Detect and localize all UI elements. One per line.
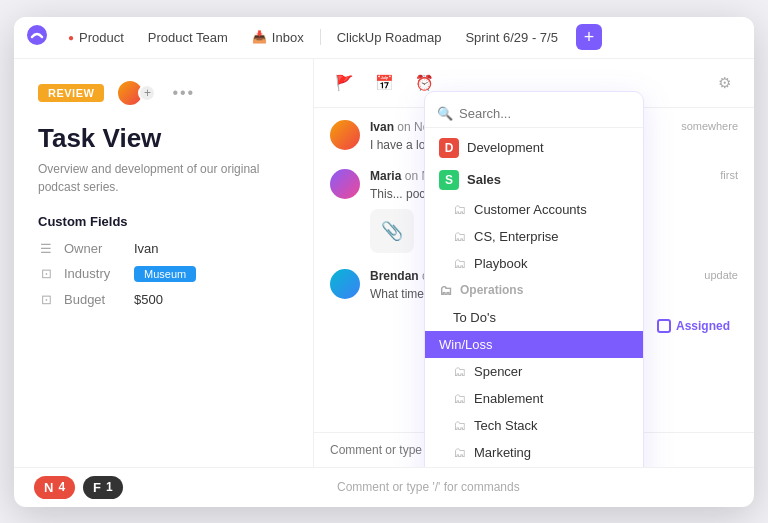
- avatar-group: +: [116, 79, 156, 107]
- page-title: Task View: [38, 123, 289, 154]
- app-window: ● Product Product Team 📥 Inbox ClickUp R…: [14, 17, 754, 507]
- workspace-dropdown: 🔍 D Development S Sales 🗂 Customer Accou…: [424, 91, 644, 467]
- folder-icon-ops: 🗂: [439, 283, 452, 298]
- dd-label-techstack: Tech Stack: [474, 418, 538, 433]
- field-budget: ⊡ Budget $500: [38, 292, 289, 307]
- dd-item-spencer[interactable]: 🗂 Spencer: [425, 358, 643, 385]
- avatar-ivan: [330, 120, 360, 150]
- nav-divider: [320, 29, 321, 45]
- dd-item-marketing-folder[interactable]: 🗂 Marketing: [425, 439, 643, 466]
- nav-tab-clickup[interactable]: ClickUp Roadmap: [327, 26, 452, 49]
- avatar-maria: [330, 169, 360, 199]
- assigned-checkbox[interactable]: Assigned: [657, 319, 730, 333]
- dd-item-winloss[interactable]: Win/Loss: [425, 331, 643, 358]
- top-nav: ● Product Product Team 📥 Inbox ClickUp R…: [14, 17, 754, 59]
- dd-section-operations: 🗂 Operations: [425, 277, 643, 304]
- field-budget-value: $500: [134, 292, 163, 307]
- dropdown-search-input[interactable]: [459, 106, 631, 121]
- folder-icon: 🗂: [453, 202, 466, 217]
- notion-icon: N: [44, 480, 53, 495]
- dd-item-techstack[interactable]: 🗂 Tech Stack: [425, 412, 643, 439]
- dropdown-search-row: 🔍: [425, 100, 643, 128]
- comment-placeholder-bottom: Comment or type '/' for commands: [123, 480, 734, 494]
- field-owner: ☰ Owner Ivan: [38, 241, 289, 256]
- flag-icon-btn[interactable]: 🚩: [330, 69, 358, 97]
- dd-label-customer-accounts: Customer Accounts: [474, 202, 587, 217]
- comment-name-brendan: Brendan: [370, 269, 419, 283]
- comment-overflow-1: somewhere: [681, 120, 738, 132]
- dd-icon-s: S: [439, 170, 459, 190]
- dd-label-cs-enterprise: CS, Enterprise: [474, 229, 559, 244]
- field-budget-icon: ⊡: [38, 292, 54, 307]
- page-description: Overview and development of our original…: [38, 160, 289, 196]
- dd-item-development[interactable]: D Development: [425, 132, 643, 164]
- comment-name-maria: Maria: [370, 169, 401, 183]
- dd-label-todos: To Do's: [453, 310, 496, 325]
- folder-icon-playbook: 🗂: [453, 256, 466, 271]
- folder-icon-spencer: 🗂: [453, 364, 466, 379]
- folder-icon-techstack: 🗂: [453, 418, 466, 433]
- dd-item-customer-accounts[interactable]: 🗂 Customer Accounts: [425, 196, 643, 223]
- dd-label-enablement: Enablement: [474, 391, 543, 406]
- folder-icon-cs: 🗂: [453, 229, 466, 244]
- field-industry-icon: ⊡: [38, 266, 54, 281]
- field-owner-label: Owner: [64, 241, 124, 256]
- dd-label-sales: Sales: [467, 172, 501, 187]
- notion-badge[interactable]: N 4: [34, 476, 75, 499]
- nav-tab-product[interactable]: ● Product: [58, 26, 134, 49]
- nav-tab-product-team[interactable]: Product Team: [138, 26, 238, 49]
- bottom-bar: N 4 F 1 Comment or type '/' for commands: [14, 467, 754, 507]
- field-owner-icon: ☰: [38, 241, 54, 256]
- notion-count: 4: [58, 480, 65, 494]
- dd-item-sales[interactable]: S Sales: [425, 164, 643, 196]
- custom-fields-title: Custom Fields: [38, 214, 289, 229]
- more-options-button[interactable]: •••: [172, 84, 195, 102]
- attachment-icon[interactable]: 📎: [370, 209, 414, 253]
- assigned-label: Assigned: [676, 319, 730, 333]
- comment-overflow-3: update: [704, 269, 738, 281]
- review-badge: REVIEW: [38, 84, 104, 102]
- calendar-icon-btn[interactable]: 📅: [370, 69, 398, 97]
- checkbox-box: [657, 319, 671, 333]
- dd-label-marketing-folder: Marketing: [474, 445, 531, 460]
- dd-item-enablement[interactable]: 🗂 Enablement: [425, 385, 643, 412]
- dd-label-development: Development: [467, 140, 544, 155]
- figma-icon: F: [93, 480, 101, 495]
- comment-name-ivan: Ivan: [370, 120, 394, 134]
- folder-icon-marketing: 🗂: [453, 445, 466, 460]
- search-icon: 🔍: [437, 106, 453, 121]
- dd-label-winloss: Win/Loss: [439, 337, 492, 352]
- field-budget-label: Budget: [64, 292, 124, 307]
- nav-tab-sprint[interactable]: Sprint 6/29 - 7/5: [455, 26, 568, 49]
- field-industry-label: Industry: [64, 266, 124, 281]
- dd-item-todos[interactable]: To Do's: [425, 304, 643, 331]
- dd-label-playbook: Playbook: [474, 256, 527, 271]
- main-content: REVIEW + ••• Task View Overview and deve…: [14, 59, 754, 467]
- dd-label-spencer: Spencer: [474, 364, 522, 379]
- field-industry-badge: Museum: [134, 266, 196, 282]
- bottom-badges: N 4 F 1: [34, 476, 123, 499]
- field-industry: ⊡ Industry Museum: [38, 266, 289, 282]
- figma-badge[interactable]: F 1: [83, 476, 123, 499]
- dd-icon-d: D: [439, 138, 459, 158]
- comment-overflow-2: first: [720, 169, 738, 181]
- dd-item-misc[interactable]: Misc: [425, 466, 643, 467]
- field-owner-value: Ivan: [134, 241, 159, 256]
- app-logo: [26, 24, 48, 50]
- nav-tab-inbox[interactable]: 📥 Inbox: [242, 26, 314, 49]
- avatar-brendan: [330, 269, 360, 299]
- add-tab-button[interactable]: +: [576, 24, 602, 50]
- avatar-add-button[interactable]: +: [138, 84, 156, 102]
- left-panel: REVIEW + ••• Task View Overview and deve…: [14, 59, 314, 467]
- folder-icon-enablement: 🗂: [453, 391, 466, 406]
- dd-label-operations: Operations: [460, 283, 523, 297]
- dd-item-playbook[interactable]: 🗂 Playbook: [425, 250, 643, 277]
- dd-item-cs-enterprise[interactable]: 🗂 CS, Enterprise: [425, 223, 643, 250]
- settings-icon-btn[interactable]: ⚙: [710, 69, 738, 97]
- left-toolbar: REVIEW + •••: [38, 79, 289, 107]
- figma-count: 1: [106, 480, 113, 494]
